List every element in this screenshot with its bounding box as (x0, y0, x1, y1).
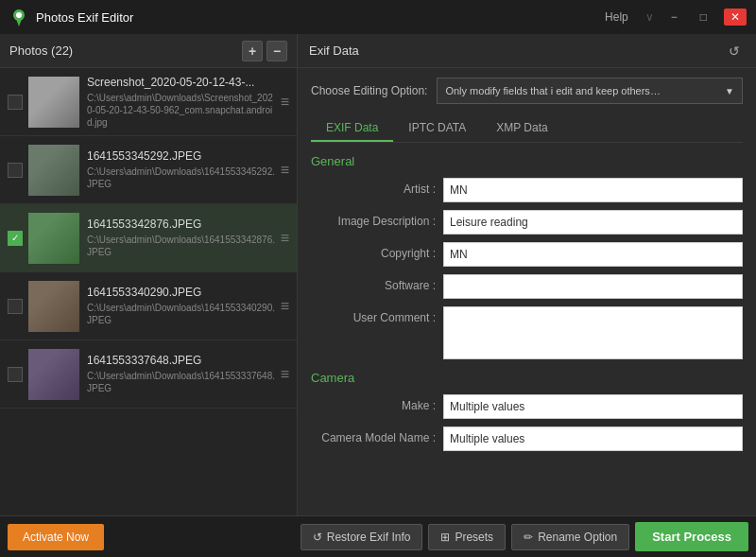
photo-name-1: 1641553345292.JPEG (87, 149, 277, 163)
photo-name-2: 1641553342876.JPEG (87, 218, 277, 231)
photo-path-1: C:\Users\admin\Downloads\1641553345292.J… (87, 165, 277, 190)
editing-option-row: Choose Editing Option: Only modify field… (311, 78, 743, 104)
photo-menu-icon-1[interactable]: ≡ (281, 162, 289, 179)
minimize-button[interactable]: − (665, 9, 683, 26)
artist-input[interactable] (443, 178, 743, 202)
exif-panel-title: Exif Data (309, 44, 359, 58)
restore-icon: ↺ (313, 531, 322, 544)
restore-exif-button[interactable]: ↺ Restore Exif Info (301, 524, 423, 550)
chevron-down-icon: ▼ (725, 86, 734, 96)
make-label: Make : (311, 394, 443, 412)
photo-item-4[interactable]: 1641553337648.JPEGC:\Users\admin\Downloa… (0, 340, 297, 409)
artist-field-row: Artist : (311, 178, 743, 202)
tabs-row: EXIF Data IPTC DATA XMP Data (311, 115, 743, 143)
presets-button[interactable]: ⊞ Presets (428, 524, 506, 550)
exif-content: Choose Editing Option: Only modify field… (298, 68, 756, 515)
editing-option-label: Choose Editing Option: (311, 84, 427, 97)
copyright-input[interactable] (443, 242, 743, 267)
title-bar-controls: Help ∨ − □ ✕ (599, 9, 747, 26)
tab-xmp-data[interactable]: XMP Data (481, 115, 562, 142)
photo-checkbox-1[interactable] (8, 163, 23, 178)
refresh-button[interactable]: ↺ (724, 41, 745, 61)
photo-name-4: 1641553337648.JPEG (87, 354, 277, 367)
photo-info-1: 1641553345292.JPEGC:\Users\admin\Downloa… (87, 149, 277, 190)
photo-checkbox-2[interactable] (8, 231, 23, 246)
tab-iptc-data[interactable]: IPTC DATA (393, 115, 481, 142)
photo-info-0: Screenshot_2020-05-20-12-43-...C:\Users\… (87, 76, 277, 129)
rename-label: Rename Option (538, 531, 617, 544)
rename-option-button[interactable]: ✏ Rename Option (511, 524, 629, 550)
image-description-input[interactable] (443, 210, 743, 235)
rename-icon: ✏ (524, 531, 533, 544)
title-bar-left: Photos Exif Editor (9, 8, 133, 26)
photo-name-3: 1641553340290.JPEG (87, 286, 277, 299)
photo-checkbox-3[interactable] (8, 299, 23, 314)
general-section-header: General (311, 154, 743, 168)
artist-label: Artist : (311, 178, 443, 196)
left-panel: Photos (22) + − Screenshot_2020-05-20-12… (0, 34, 298, 515)
make-input[interactable] (443, 394, 743, 419)
photo-thumbnail-2 (28, 213, 79, 264)
photo-info-2: 1641553342876.JPEGC:\Users\admin\Downloa… (87, 218, 277, 258)
bottom-toolbar: Activate Now ↺ Restore Exif Info ⊞ Prese… (0, 515, 756, 557)
svg-marker-2 (16, 19, 22, 26)
editing-option-value: Only modify fields that i edit and keep … (445, 85, 662, 96)
app-title: Photos Exif Editor (36, 10, 133, 25)
camera-section: Camera Make : Camera Model Name : (311, 371, 743, 451)
photo-thumbnail-4 (28, 349, 79, 400)
editing-option-select[interactable]: Only modify fields that i edit and keep … (437, 78, 743, 104)
start-process-button[interactable]: Start Process (635, 522, 748, 551)
photo-path-0: C:\Users\admin\Downloads\Screenshot_2020… (87, 92, 277, 129)
photo-menu-icon-2[interactable]: ≡ (281, 230, 289, 247)
user-comment-field-row: User Comment : (311, 306, 743, 359)
add-photo-button[interactable]: + (242, 41, 263, 61)
photo-info-4: 1641553337648.JPEGC:\Users\admin\Downloa… (87, 354, 277, 394)
photo-thumbnail-3 (28, 281, 79, 332)
presets-label: Presets (455, 531, 493, 544)
maximize-button[interactable]: □ (695, 9, 713, 26)
photos-panel-header: Photos (22) + − (0, 34, 297, 68)
camera-model-field-row: Camera Model Name : (311, 426, 743, 451)
remove-photo-button[interactable]: − (266, 41, 287, 61)
photo-name-0: Screenshot_2020-05-20-12-43-... (87, 76, 277, 89)
right-panel: Exif Data ↺ Choose Editing Option: Only … (298, 34, 756, 515)
user-comment-label: User Comment : (311, 306, 443, 324)
title-bar: Photos Exif Editor Help ∨ − □ ✕ (0, 0, 756, 34)
software-label: Software : (311, 274, 443, 292)
presets-icon: ⊞ (440, 531, 450, 544)
photo-item-1[interactable]: 1641553345292.JPEGC:\Users\admin\Downloa… (0, 136, 297, 204)
tab-exif-data[interactable]: EXIF Data (311, 115, 393, 142)
camera-model-label: Camera Model Name : (311, 426, 443, 444)
image-description-label: Image Description : (311, 210, 443, 228)
image-desc-field-row: Image Description : (311, 210, 743, 235)
copyright-field-row: Copyright : (311, 242, 743, 267)
photo-item-3[interactable]: 1641553340290.JPEGC:\Users\admin\Downloa… (0, 272, 297, 340)
photo-checkbox-0[interactable] (8, 95, 23, 110)
software-input[interactable] (443, 274, 743, 299)
activate-button[interactable]: Activate Now (8, 524, 104, 550)
copyright-label: Copyright : (311, 242, 443, 260)
photo-thumbnail-1 (28, 145, 79, 196)
camera-model-input[interactable] (443, 426, 743, 451)
photo-item-0[interactable]: Screenshot_2020-05-20-12-43-...C:\Users\… (0, 68, 297, 136)
photo-menu-icon-4[interactable]: ≡ (281, 366, 289, 383)
svg-point-1 (16, 12, 22, 18)
main-layout: Photos (22) + − Screenshot_2020-05-20-12… (0, 34, 756, 515)
photo-checkbox-4[interactable] (8, 367, 23, 382)
photos-panel-title: Photos (22) (9, 44, 73, 58)
toolbar-buttons: ↺ Restore Exif Info ⊞ Presets ✏ Rename O… (301, 522, 748, 551)
photo-menu-icon-0[interactable]: ≡ (281, 94, 289, 111)
photo-item-2[interactable]: 1641553342876.JPEGC:\Users\admin\Downloa… (0, 204, 297, 272)
photo-menu-icon-3[interactable]: ≡ (281, 298, 289, 315)
camera-section-header: Camera (311, 371, 743, 385)
photos-list: Screenshot_2020-05-20-12-43-...C:\Users\… (0, 68, 297, 515)
photos-header-buttons: + − (242, 41, 287, 61)
photo-path-2: C:\Users\admin\Downloads\1641553342876.J… (87, 234, 277, 258)
user-comment-input[interactable] (443, 306, 743, 359)
close-button[interactable]: ✕ (724, 9, 747, 26)
exif-panel-header: Exif Data ↺ (298, 34, 756, 68)
restore-label: Restore Exif Info (327, 531, 411, 544)
photo-info-3: 1641553340290.JPEGC:\Users\admin\Downloa… (87, 286, 277, 326)
help-button[interactable]: Help (599, 9, 634, 26)
make-field-row: Make : (311, 394, 743, 419)
